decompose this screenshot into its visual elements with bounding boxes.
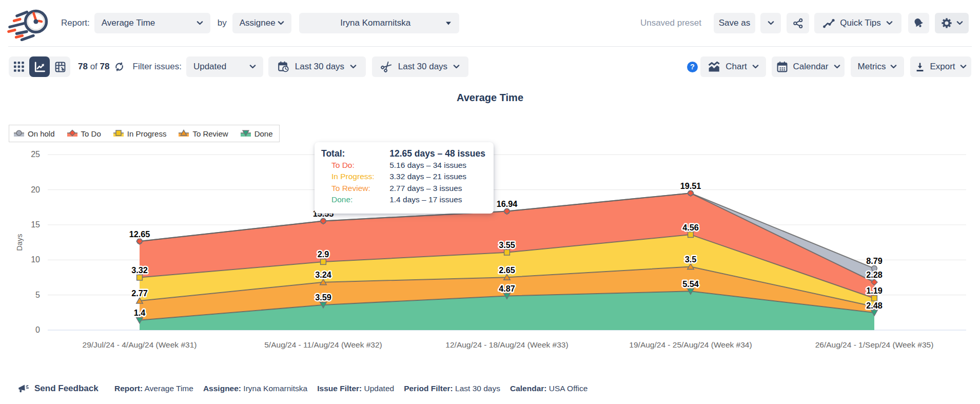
svg-text:5/Aug/24 - 11/Aug/24 (Week #32: 5/Aug/24 - 11/Aug/24 (Week #32) [264, 340, 382, 349]
chevron-down-icon [453, 65, 460, 69]
report-summary: Report: Average Time Assignee: Iryna Kom… [114, 384, 587, 393]
chevron-down-icon [197, 21, 203, 25]
help-icon[interactable]: ? [687, 62, 698, 72]
send-feedback-button[interactable]: Send Feedback [17, 383, 99, 394]
chevron-down-icon [768, 21, 774, 25]
legend-label: To Review [192, 129, 228, 138]
share-button[interactable] [787, 13, 809, 33]
report-type-value: Average Time [102, 18, 155, 28]
tooltip-series-label: Total: [321, 148, 389, 160]
trend-steps-icon [823, 18, 835, 28]
legend-label: To Do [81, 129, 101, 138]
legend-item-to-do[interactable]: To Do [67, 129, 101, 138]
assignee-dropdown[interactable]: Iryna Komarnitska [299, 13, 459, 33]
export-button[interactable]: Export [910, 56, 971, 77]
svg-text:4.87: 4.87 [499, 284, 515, 293]
save-as-button[interactable]: Save as [714, 13, 755, 33]
by-label: by [218, 18, 227, 28]
legend-marker-circle-icon [14, 129, 24, 138]
period-filter-button[interactable]: Last 30 days [268, 56, 366, 77]
issue-filter-value: Updated [193, 62, 226, 72]
settings-button[interactable] [935, 13, 969, 33]
svg-text:19.51: 19.51 [680, 181, 701, 190]
pivot-table-icon [54, 61, 66, 73]
quick-tips-label: Quick Tips [840, 18, 880, 28]
app-logo-flying-clock-icon [7, 5, 49, 41]
svg-text:15: 15 [31, 220, 40, 229]
issue-count-current: 78 [78, 62, 88, 71]
svg-text:3.24: 3.24 [315, 270, 331, 279]
legend-item-done[interactable]: Done [241, 129, 273, 138]
megaphone-icon [17, 383, 30, 394]
svg-text:19/Aug/24 - 25/Aug/24 (Week #3: 19/Aug/24 - 25/Aug/24 (Week #34) [629, 340, 752, 349]
svg-text:2.28: 2.28 [866, 270, 883, 279]
svg-text:2.77: 2.77 [131, 288, 148, 298]
svg-text:4.56: 4.56 [682, 223, 699, 232]
summary-pair: Assignee: Iryna Komarnitska [203, 384, 307, 393]
svg-text:8.79: 8.79 [866, 256, 883, 265]
footer-bar: Send Feedback Report: Average Time Assig… [0, 380, 980, 397]
svg-text:12.65: 12.65 [129, 229, 150, 239]
grid-view-icon [14, 62, 24, 72]
grid-view-button[interactable] [9, 56, 29, 77]
chevron-down-icon [834, 65, 840, 69]
svg-text:3.59: 3.59 [315, 293, 331, 302]
calendar-clock-icon [278, 61, 289, 73]
legend-label: Done [254, 129, 273, 138]
save-options-chevron-button[interactable] [760, 13, 781, 33]
refresh-icon[interactable] [114, 62, 125, 72]
legend-item-on-hold[interactable]: On hold [14, 129, 55, 138]
tooltip-series-label: To Do: [321, 160, 389, 171]
chart-type-button[interactable]: Chart [700, 56, 766, 77]
legend-item-in-progress[interactable]: In Progress [113, 129, 167, 138]
tooltip-row: To Do: 5.16 days – 34 issues [321, 160, 485, 171]
report-type-dropdown[interactable]: Average Time [94, 13, 210, 33]
chevron-down-icon [752, 65, 759, 69]
group-by-value: Assignee [240, 18, 276, 28]
tooltip-series-label: Done: [321, 194, 389, 206]
calendar-button-label: Calendar [793, 62, 829, 72]
svg-text:3.55: 3.55 [499, 240, 515, 249]
save-as-label: Save as [719, 18, 750, 28]
svg-text:0: 0 [35, 325, 40, 334]
svg-text:20: 20 [31, 185, 40, 194]
chevron-down-icon [890, 65, 897, 69]
chevron-down-icon [956, 21, 963, 25]
triangle-down-icon [445, 21, 452, 26]
quick-tips-button[interactable]: Quick Tips [814, 13, 901, 33]
tooltip-series-value: 5.16 days – 34 issues [389, 160, 485, 171]
report-label: Report: [61, 18, 90, 28]
gear-icon [941, 17, 952, 29]
share-icon [793, 18, 803, 29]
chart-view-button[interactable] [29, 56, 50, 77]
calendar-button[interactable]: Calendar [772, 56, 845, 77]
legend-item-to-review[interactable]: To Review [179, 129, 228, 138]
send-feedback-label: Send Feedback [34, 383, 99, 394]
period-filter-value: Last 30 days [295, 62, 344, 72]
tooltip-series-value: 3.32 days – 21 issues [389, 171, 485, 183]
line-chart-icon [34, 61, 46, 73]
group-by-dropdown[interactable]: Assignee [232, 13, 291, 33]
svg-text:2.65: 2.65 [499, 265, 515, 275]
notifications-button[interactable] [908, 13, 929, 33]
chart-legend: On hold To Do In Progress To Review [9, 125, 280, 142]
issue-count: 78 of 78 [78, 62, 110, 72]
svg-text:5.54: 5.54 [682, 279, 699, 288]
svg-text:3.32: 3.32 [131, 265, 148, 275]
summary-pair: Period Filter: Last 30 days [404, 384, 500, 393]
metrics-button[interactable]: Metrics [851, 56, 904, 77]
metrics-button-label: Metrics [858, 62, 886, 72]
tooltip-series-value: 2.77 days – 3 issues [389, 183, 485, 195]
legend-marker-square-icon [113, 129, 124, 138]
sprint-filter-button[interactable]: Last 30 days [372, 56, 468, 77]
svg-text:29/Jul/24 - 4/Aug/24 (Week #31: 29/Jul/24 - 4/Aug/24 (Week #31) [83, 340, 197, 349]
unsaved-preset-label: Unsaved preset [640, 18, 701, 28]
issue-filter-dropdown[interactable]: Updated [186, 56, 263, 77]
legend-label: In Progress [127, 129, 167, 138]
legend-marker-triangle-down-icon [241, 129, 251, 138]
svg-text:2.9: 2.9 [318, 249, 329, 259]
chart-button-label: Chart [726, 62, 747, 72]
svg-text:25: 25 [31, 150, 40, 159]
pivot-view-button[interactable] [50, 56, 70, 77]
svg-text:12/Aug/24 - 18/Aug/24 (Week #3: 12/Aug/24 - 18/Aug/24 (Week #33) [445, 340, 568, 349]
